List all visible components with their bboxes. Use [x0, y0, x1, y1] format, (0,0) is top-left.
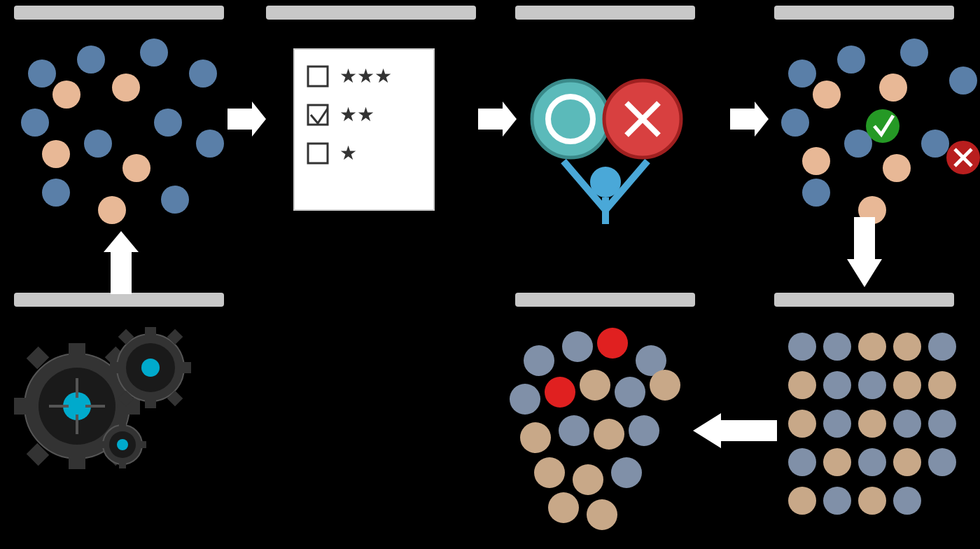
- svg-point-5: [84, 130, 112, 158]
- svg-point-54: [788, 333, 816, 361]
- svg-point-73: [928, 448, 956, 476]
- svg-point-90: [594, 419, 624, 450]
- svg-rect-130: [99, 441, 106, 448]
- svg-point-60: [823, 371, 851, 399]
- svg-rect-102: [69, 454, 85, 469]
- svg-point-1: [77, 46, 105, 74]
- svg-point-91: [629, 415, 659, 446]
- svg-point-8: [42, 179, 70, 207]
- termination-label: [515, 6, 695, 20]
- evaluation-checklist: ★★★ ★★ ★: [273, 42, 469, 231]
- svg-point-92: [534, 457, 565, 488]
- svg-rect-21: [308, 144, 328, 163]
- svg-point-41: [900, 39, 928, 67]
- svg-point-37: [837, 46, 865, 74]
- mutation-label: [515, 293, 695, 307]
- svg-point-111: [69, 398, 85, 415]
- selection-dots: [774, 39, 980, 235]
- evaluation-label: [266, 6, 476, 20]
- svg-point-93: [573, 464, 603, 495]
- arrow-term-to-sel: [730, 102, 769, 137]
- svg-rect-118: [110, 362, 121, 373]
- svg-point-62: [893, 371, 921, 399]
- svg-point-40: [802, 179, 830, 207]
- arrow-start-to-init: [104, 231, 139, 294]
- svg-text:★★★: ★★★: [340, 65, 392, 87]
- svg-marker-23: [478, 102, 517, 137]
- svg-point-67: [893, 410, 921, 438]
- crossover-label: [774, 293, 954, 307]
- svg-point-79: [524, 345, 554, 376]
- svg-point-9: [161, 186, 189, 214]
- svg-point-55: [823, 333, 851, 361]
- svg-point-88: [520, 422, 551, 453]
- svg-point-57: [893, 333, 921, 361]
- mutation-dots: [504, 322, 700, 539]
- svg-point-46: [802, 147, 830, 175]
- arrow-init-to-eval: [227, 102, 266, 137]
- svg-marker-78: [693, 413, 777, 448]
- svg-rect-101: [69, 343, 85, 359]
- svg-rect-116: [145, 397, 156, 408]
- svg-point-45: [879, 74, 907, 102]
- svg-rect-129: [139, 441, 146, 448]
- arrow-cross-to-mut: [693, 413, 777, 448]
- svg-point-81: [597, 328, 628, 359]
- svg-point-84: [545, 377, 575, 408]
- svg-point-38: [781, 109, 809, 137]
- svg-point-95: [548, 492, 579, 523]
- svg-point-49: [866, 109, 899, 143]
- svg-point-10: [52, 81, 80, 109]
- svg-point-4: [21, 109, 49, 137]
- svg-point-86: [615, 377, 645, 408]
- svg-rect-127: [119, 421, 126, 428]
- start-gears: [14, 322, 210, 504]
- svg-point-65: [823, 410, 851, 438]
- svg-marker-15: [227, 102, 266, 137]
- svg-point-36: [788, 60, 816, 88]
- svg-point-87: [650, 370, 680, 401]
- svg-marker-53: [847, 217, 882, 287]
- svg-point-63: [928, 371, 956, 399]
- svg-point-77: [893, 487, 921, 515]
- svg-point-43: [921, 130, 949, 158]
- svg-rect-117: [180, 362, 191, 373]
- svg-point-76: [858, 487, 886, 515]
- svg-rect-104: [14, 398, 29, 415]
- svg-point-64: [788, 410, 816, 438]
- svg-rect-115: [145, 327, 156, 338]
- initialization-dots: [14, 39, 224, 235]
- svg-text:★★: ★★: [340, 104, 374, 125]
- termination-image: [525, 42, 686, 224]
- svg-rect-17: [308, 67, 328, 86]
- svg-point-94: [611, 457, 642, 488]
- svg-marker-97: [104, 231, 139, 294]
- svg-point-61: [858, 371, 886, 399]
- svg-point-13: [122, 154, 150, 182]
- svg-point-74: [788, 487, 816, 515]
- svg-point-123: [144, 361, 157, 374]
- svg-point-6: [154, 109, 182, 137]
- arrow-sel-to-cross: [847, 217, 882, 287]
- svg-point-68: [928, 410, 956, 438]
- svg-point-83: [510, 384, 540, 415]
- crossover-dots: [774, 322, 980, 539]
- svg-marker-35: [730, 102, 769, 137]
- svg-point-58: [928, 333, 956, 361]
- svg-point-30: [532, 81, 609, 158]
- svg-point-89: [559, 415, 589, 446]
- svg-rect-128: [119, 461, 126, 468]
- svg-point-85: [580, 370, 610, 401]
- svg-point-2: [140, 39, 168, 67]
- svg-point-96: [587, 499, 617, 530]
- svg-point-75: [823, 487, 851, 515]
- svg-point-7: [196, 130, 224, 158]
- arrow-eval-to-term: [478, 102, 517, 137]
- svg-point-71: [858, 448, 886, 476]
- svg-point-69: [788, 448, 816, 476]
- svg-point-47: [883, 154, 911, 182]
- selection-label: [774, 6, 954, 20]
- start-label: [14, 293, 224, 307]
- svg-point-42: [949, 67, 977, 95]
- svg-point-3: [189, 60, 217, 88]
